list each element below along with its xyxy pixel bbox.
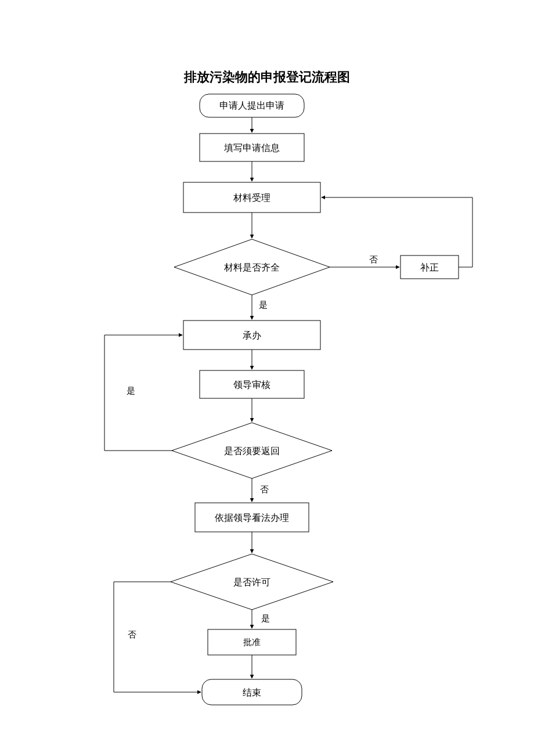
label-complete-q: 材料是否齐全 [223,262,280,272]
label-handle: 承办 [243,330,261,340]
edge-label-completeq-no: 否 [369,255,378,264]
flowchart-page: 排放污染物的申报登记流程图 [0,0,534,756]
label-fill-info: 填写申请信息 [223,143,280,153]
edge-permitq-no [114,582,201,692]
edge-label-permitq-no: 否 [128,630,136,639]
edge-returnq-yes [104,335,182,451]
label-return-q: 是否须要返回 [224,446,280,456]
flowchart-svg: 申请人提出申请 填写申请信息 材料受理 材料是否齐全 补正 承办 领导审核 是否… [0,0,534,756]
edge-label-returnq-no: 否 [260,485,269,494]
edge-label-returnq-yes: 是 [127,386,135,395]
label-process: 依据领导看法办理 [215,513,289,523]
edge-correction-back [322,197,472,267]
label-correction: 补正 [420,262,439,272]
label-start: 申请人提出申请 [219,100,284,110]
edge-label-completeq-yes: 是 [259,300,268,309]
label-permit-q: 是否许可 [233,577,270,587]
label-end: 结束 [243,687,261,697]
edge-label-permitq-yes: 是 [261,614,270,623]
label-review: 领导审核 [233,380,270,390]
label-approve: 批准 [243,638,261,647]
label-accept: 材料受理 [233,193,270,203]
